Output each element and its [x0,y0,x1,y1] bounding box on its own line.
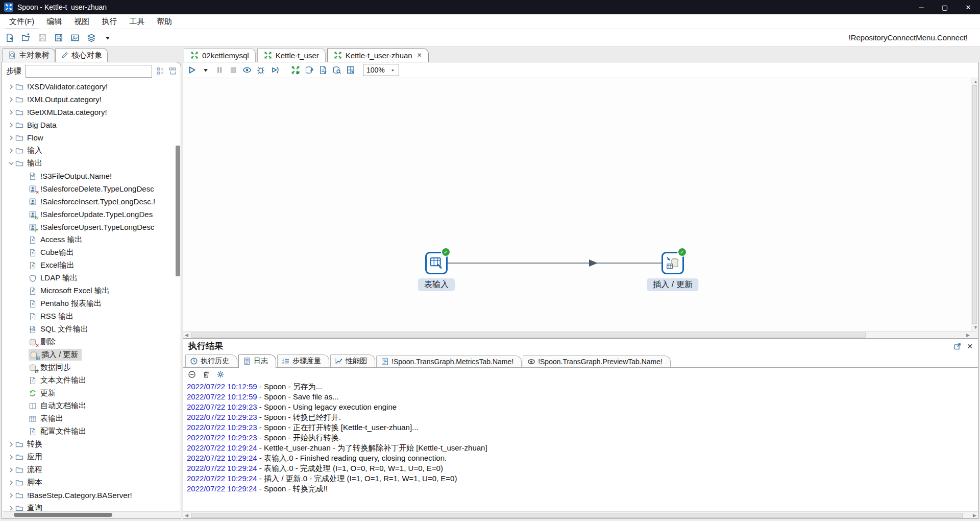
save-as-icon[interactable] [54,33,63,42]
tree-step-item[interactable]: 表输出 [2,412,181,425]
log-horizontal-scrollbar[interactable]: ◀ ▶ [183,511,978,518]
tree-step-item[interactable]: llPentaho 报表输出 [2,297,181,310]
chevron-right-icon[interactable] [7,108,15,116]
menu-item-4[interactable]: 执行 [95,15,123,28]
menu-item-5[interactable]: 工具 [123,15,151,28]
gear-icon[interactable] [216,370,225,378]
chevron-right-icon[interactable] [7,440,15,448]
tree-step-item[interactable]: 更新 [2,387,181,399]
debug-bug-icon[interactable] [256,65,265,75]
trash-icon[interactable] [202,370,210,378]
explore-database-icon[interactable] [332,65,341,75]
view-tab-main-tree[interactable]: 主对象树 [3,48,55,62]
chevron-right-icon[interactable] [7,83,15,91]
chevron-right-icon[interactable] [7,147,15,155]
tree-step-item[interactable]: !SalesforceInsert.TypeLongDesc.! [2,195,181,208]
tree-step-item[interactable]: »RSS 输出 [2,310,181,323]
show-grid-icon[interactable] [346,65,355,75]
close-button[interactable]: ✕ [957,0,980,14]
tree-step-item[interactable]: XMicrosoft Excel 输出 [2,285,181,297]
export-image-icon[interactable] [70,33,80,42]
open-file-icon[interactable] [21,33,31,42]
new-file-icon[interactable] [5,33,14,42]
tree-folder[interactable]: 流程 [2,463,181,476]
menu-item-1[interactable]: 文件(F) [3,15,40,28]
chevron-right-icon[interactable] [7,466,15,474]
tree-folder[interactable]: !BaseStep.Category.BAServer! [2,489,181,502]
impact-analysis-icon[interactable] [305,65,314,75]
minimize-button[interactable]: ─ [910,0,933,14]
chevron-down-icon[interactable] [7,159,15,168]
tree-step-item[interactable]: ↻!SalesforceUpdate.TypeLongDes [2,208,181,221]
transformation-canvas[interactable]: ✓ ✓ 表输入 插入 / 更新 ▲ ▼ [183,78,978,331]
tree-step-item[interactable]: AAccess 输出 [2,233,181,246]
chevron-right-icon[interactable] [7,504,15,512]
generate-sql-icon[interactable] [318,65,328,75]
check-transformation-icon[interactable] [291,65,300,75]
maximize-button[interactable]: ▢ [933,0,957,14]
tree-folder[interactable]: !GetXMLData.category! [2,106,181,119]
tree-step-item[interactable]: 自动文档输出 [2,399,181,412]
replay-icon[interactable] [270,65,279,75]
tree-step-item[interactable]: LDAP 输出 [2,272,181,285]
canvas-horizontal-scrollbar[interactable]: ◀ ▶ [183,331,978,338]
tree-step-item[interactable]: ⇄数据同步 [2,361,181,374]
menu-item-6[interactable]: 帮助 [151,15,178,28]
expand-all-icon[interactable] [156,67,164,75]
menu-item-2[interactable]: 编辑 [40,15,68,28]
tree-step-item[interactable]: ⊞插入 / 更新 [2,348,181,361]
results-tab-perf-graph[interactable]: 性能图 [330,354,375,367]
run-icon[interactable] [187,65,197,75]
tree-step-item[interactable]: ↱!SalesforceUpsert.TypeLongDesc [2,221,181,233]
minus-circle-icon[interactable] [188,370,196,378]
tree-folder[interactable]: 输出 [2,157,181,170]
tree-folder[interactable]: !XSDValidator.category! [2,80,181,93]
doc-tab-Kettle-t_user[interactable]: Kettle-t_user [257,48,326,62]
preview-eye-icon[interactable] [242,65,252,75]
tree-step-item[interactable]: ¶配置文件输出 [2,425,181,438]
tree-folder[interactable]: 查询 [2,502,181,512]
tree-step-item[interactable]: SQLSQL 文件输出 [2,323,181,336]
tree-step-item[interactable]: ×!SalesforceDelete.TypeLongDesc [2,182,181,195]
tree-horizontal-scrollbar[interactable] [3,511,180,518]
chevron-right-icon[interactable] [7,121,15,129]
close-tab-icon[interactable]: ✕ [417,52,422,59]
results-tab-metrics-bars[interactable]: !Spoon.TransGraph.MetricsTab.Name! [376,356,522,367]
tree-step-item[interactable]: S3!S3FileOutput.Name! [2,170,181,182]
pause-icon[interactable] [215,65,224,75]
close-results-icon[interactable]: ✕ [967,342,973,350]
stop-icon[interactable] [229,65,238,75]
perspective-layers-icon[interactable] [87,33,96,42]
save-icon[interactable] [38,33,47,42]
tree-step-item[interactable]: ≡文本文件输出 [2,374,181,387]
results-tab-log-doc[interactable]: 日志 [238,354,276,368]
results-tab-clock[interactable]: 执行历史 [185,354,237,367]
caret-down-icon[interactable] [201,65,210,75]
chevron-right-icon[interactable] [7,96,15,104]
menu-item-3[interactable]: 视图 [68,15,95,28]
chevron-right-icon[interactable] [7,453,15,461]
tree-folder[interactable]: Flow [2,131,181,144]
chevron-right-icon[interactable] [7,134,15,142]
collapse-all-icon[interactable] [168,67,177,75]
zoom-level-select[interactable]: 100% [363,64,399,76]
chevron-right-icon[interactable] [7,491,15,500]
selected-tree-item[interactable]: ⊞插入 / 更新 [29,349,82,361]
tree-folder[interactable]: 脚本 [2,476,181,489]
tree-folder[interactable]: 应用 [2,451,181,463]
results-tab-step-metrics[interactable]: 12步骤度量 [277,354,329,367]
tree-step-item[interactable]: #Cube输出 [2,246,181,259]
open-in-new-icon[interactable] [953,342,962,350]
tree-folder[interactable]: 转换 [2,438,181,451]
tree-step-item[interactable]: XExcel输出 [2,259,181,272]
tree-step-item[interactable]: ×删除 [2,336,181,348]
tree-folder[interactable]: !XMLOutput.category! [2,93,181,106]
tree-folder[interactable]: 输入 [2,144,181,157]
caret-down-icon[interactable] [103,33,112,42]
chevron-right-icon[interactable] [7,479,15,487]
tree-vertical-scrollbar[interactable] [176,146,180,276]
doc-tab-Kettle-t_user-zhuan[interactable]: Kettle-t_user-zhuan✕ [327,48,429,62]
canvas-vertical-scrollbar[interactable]: ▲ ▼ [971,78,978,331]
tree-folder[interactable]: Big Data [2,119,181,131]
doc-tab-02kettlemysql[interactable]: 02kettlemysql [184,48,256,62]
